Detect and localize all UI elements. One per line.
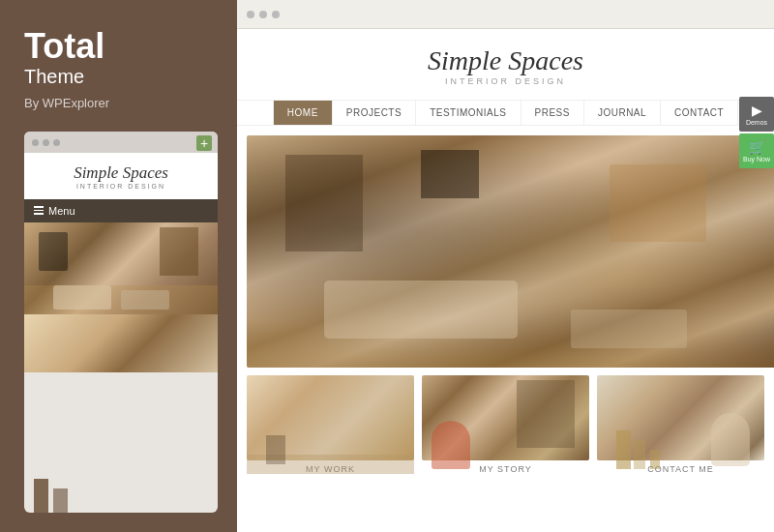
site-logo: Simple Spaces <box>237 46 774 76</box>
sidebar-hero-image <box>24 222 218 314</box>
theme-title: Total <box>24 29 218 64</box>
browser-dot-1 <box>247 11 254 18</box>
hero-image <box>247 135 774 368</box>
sidebar-bottom-img <box>24 314 218 372</box>
cart-icon: 🛒 <box>749 139 765 155</box>
site-logo-subtitle: Interior Design <box>237 76 774 86</box>
website-preview: Simple Spaces Interior Design HOME PROJE… <box>237 29 774 532</box>
sidebar-plus-button[interactable]: + <box>196 135 212 151</box>
sidebar-logo-area: Simple Spaces Interior Design <box>24 153 218 199</box>
thumb-image-1 <box>247 375 414 460</box>
thumb-contact-me[interactable]: CONTACT ME <box>597 375 764 474</box>
sidebar-dot-3 <box>53 139 60 146</box>
sidebar-dot-2 <box>43 139 49 146</box>
browser-chrome <box>237 0 774 29</box>
sidebar-hero-img-top <box>24 222 218 314</box>
buy-now-button[interactable]: 🛒 Buy Now <box>739 133 774 168</box>
demos-button[interactable]: ▶ Demos <box>739 97 774 132</box>
sidebar-menu-bar[interactable]: Menu <box>24 199 218 222</box>
sidebar-menu-icon <box>34 206 44 215</box>
nav-home[interactable]: HOME <box>273 101 333 125</box>
demos-label: Demos <box>746 119 767 126</box>
site-navigation: HOME PROJECTS TESTIMONIALS PRESS JOURNAL… <box>237 100 774 125</box>
buy-label: Buy Now <box>743 156 770 163</box>
thumb-my-work[interactable]: MY WORK <box>247 375 414 474</box>
nav-journal[interactable]: JOURNAL <box>584 101 661 125</box>
sidebar: Total Theme By WPExplorer + Simple Space… <box>0 0 237 532</box>
thumbnail-grid: MY WORK MY STORY CONTACT ME <box>237 375 774 474</box>
site-header: Simple Spaces Interior Design HOME PROJE… <box>237 29 774 126</box>
nav-press[interactable]: PRESS <box>521 101 584 125</box>
nav-projects[interactable]: PROJECTS <box>333 101 416 125</box>
browser-dot-3 <box>272 11 280 18</box>
theme-subtitle: Theme <box>24 66 218 88</box>
sidebar-menu-label: Menu <box>48 205 75 217</box>
nav-contact[interactable]: CONTACT <box>661 101 738 125</box>
sidebar-dot-1 <box>32 139 39 146</box>
side-actions: ▶ Demos 🛒 Buy Now <box>739 97 774 168</box>
sidebar-site-logo: Simple Spaces <box>34 164 208 183</box>
thumb-image-3 <box>597 375 764 460</box>
thumb-my-story[interactable]: MY STORY <box>422 375 589 474</box>
browser-dot-2 <box>259 11 267 18</box>
sidebar-browser-bar: + <box>24 132 218 153</box>
sidebar-preview: + Simple Spaces Interior Design Menu <box>24 132 218 513</box>
sidebar-site-logo-sub: Interior Design <box>34 183 208 190</box>
nav-testimonials[interactable]: TESTIMONIALS <box>416 101 521 125</box>
thumb-image-2 <box>422 375 589 460</box>
main-content: ▶ Demos 🛒 Buy Now Simple Spaces Interior… <box>237 0 774 532</box>
by-wpexplorer: By WPExplorer <box>24 96 218 110</box>
sidebar-thumb-image <box>24 314 218 372</box>
demos-icon: ▶ <box>752 103 762 118</box>
